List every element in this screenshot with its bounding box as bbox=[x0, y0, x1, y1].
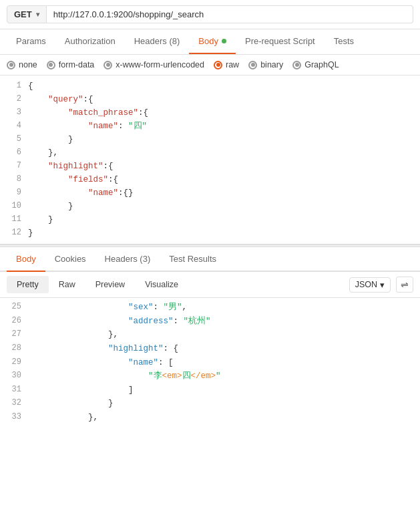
radio-graphql[interactable]: GraphQL bbox=[292, 60, 339, 69]
line-number: 30 bbox=[0, 369, 28, 383]
request-line: 7 "highlight":{ bbox=[0, 160, 420, 173]
request-line: 5 } bbox=[0, 133, 420, 146]
response-line: 28 "highlight": { bbox=[0, 342, 420, 356]
line-number: 33 bbox=[0, 411, 28, 424]
request-line: 2 "query":{ bbox=[0, 93, 420, 106]
radio-binary-circle bbox=[248, 61, 257, 69]
response-line: 31 ] bbox=[0, 383, 420, 397]
radio-none-circle bbox=[7, 61, 15, 69]
url-bar: GET ▾ bbox=[0, 0, 420, 29]
line-content: "address": "杭州" bbox=[28, 315, 420, 329]
radio-urlencoded-circle bbox=[103, 61, 112, 69]
request-line: 12 } bbox=[0, 226, 420, 240]
line-number: 32 bbox=[0, 397, 28, 410]
response-line: 27 }, bbox=[0, 328, 420, 342]
line-content: "query":{ bbox=[28, 93, 420, 106]
tab-body[interactable]: Body bbox=[189, 29, 236, 54]
radio-none[interactable]: none bbox=[7, 60, 37, 69]
request-tabs: Params Authorization Headers (8) Body Pr… bbox=[0, 29, 420, 55]
line-number: 8 bbox=[0, 173, 28, 186]
method-label: GET bbox=[14, 9, 32, 19]
line-content: { bbox=[28, 79, 420, 93]
response-tabs: Body Cookies Headers (3) Test Results bbox=[0, 247, 420, 272]
line-number: 2 bbox=[0, 93, 28, 106]
tab-authorization[interactable]: Authorization bbox=[55, 29, 125, 54]
line-content: } bbox=[28, 213, 420, 226]
method-dropdown[interactable]: GET ▾ bbox=[7, 5, 47, 23]
line-content: }, bbox=[28, 146, 420, 160]
line-number: 3 bbox=[0, 106, 28, 119]
request-body-editor[interactable]: 1 { 2 "query":{ 3 "match_phrase":{ 4 "na… bbox=[0, 75, 420, 244]
line-content: } bbox=[28, 200, 420, 213]
line-content: "name": "四" bbox=[28, 120, 420, 133]
tab-params[interactable]: Params bbox=[7, 29, 55, 54]
tab-pre-request-script[interactable]: Pre-request Script bbox=[236, 29, 325, 54]
line-number: 9 bbox=[0, 186, 28, 199]
radio-form-data-circle bbox=[47, 61, 55, 69]
request-line: 9 "name":{} bbox=[0, 186, 420, 200]
chevron-down-icon: ▾ bbox=[36, 11, 39, 18]
tab-tests[interactable]: Tests bbox=[325, 29, 363, 54]
line-number: 7 bbox=[0, 160, 28, 172]
request-line: 11 } bbox=[0, 213, 420, 226]
request-line: 4 "name": "四" bbox=[0, 120, 420, 133]
response-line: 32 } bbox=[0, 397, 420, 411]
line-content: } bbox=[28, 133, 420, 146]
view-pretty[interactable]: Pretty bbox=[7, 276, 49, 293]
line-content: }, bbox=[28, 411, 420, 425]
line-number: 10 bbox=[0, 200, 28, 212]
radio-raw-circle bbox=[214, 61, 222, 69]
radio-graphql-circle bbox=[292, 61, 301, 69]
view-visualize[interactable]: Visualize bbox=[135, 276, 188, 293]
url-input[interactable] bbox=[47, 5, 413, 23]
response-line: 29 "name": [ bbox=[0, 356, 420, 370]
line-content: "highlight":{ bbox=[28, 160, 420, 173]
line-number: 29 bbox=[0, 356, 28, 369]
radio-urlencoded[interactable]: x-www-form-urlencoded bbox=[103, 60, 204, 69]
response-line: 26 "address": "杭州" bbox=[0, 315, 420, 329]
line-content: "fields":{ bbox=[28, 173, 420, 186]
response-line: 33 }, bbox=[0, 411, 420, 425]
response-line: 25 "sex": "男", bbox=[0, 301, 420, 315]
line-number: 4 bbox=[0, 120, 28, 132]
line-content: "name":{} bbox=[28, 186, 420, 200]
line-number: 1 bbox=[0, 79, 28, 92]
line-content: ] bbox=[28, 383, 420, 397]
response-tab-cookies[interactable]: Cookies bbox=[45, 247, 95, 272]
tab-headers[interactable]: Headers (8) bbox=[125, 29, 190, 54]
radio-raw[interactable]: raw bbox=[214, 60, 239, 69]
response-body-viewer: 25 "sex": "男", 26 "address": "杭州" 27 }, … bbox=[0, 298, 420, 428]
response-tab-headers[interactable]: Headers (3) bbox=[95, 247, 160, 272]
line-content: "李<em>四</em>" bbox=[28, 369, 420, 383]
request-line: 8 "fields":{ bbox=[0, 173, 420, 186]
line-content: "match_phrase":{ bbox=[28, 106, 420, 120]
line-content: "name": [ bbox=[28, 356, 420, 370]
view-raw[interactable]: Raw bbox=[49, 276, 85, 293]
line-number: 25 bbox=[0, 301, 28, 314]
radio-form-data[interactable]: form-data bbox=[47, 60, 95, 69]
request-line: 10 } bbox=[0, 200, 420, 213]
view-options: Pretty Raw Preview Visualize JSON ▾ ⇌ bbox=[0, 272, 420, 298]
request-line: 1 { bbox=[0, 79, 420, 93]
line-content: } bbox=[28, 226, 420, 240]
request-line: 3 "match_phrase":{ bbox=[0, 106, 420, 120]
line-number: 26 bbox=[0, 315, 28, 328]
line-number: 27 bbox=[0, 328, 28, 341]
line-number: 5 bbox=[0, 133, 28, 146]
line-number: 28 bbox=[0, 342, 28, 355]
line-number: 11 bbox=[0, 213, 28, 226]
line-number: 12 bbox=[0, 226, 28, 239]
view-preview[interactable]: Preview bbox=[85, 276, 135, 293]
chevron-down-icon: ▾ bbox=[380, 280, 385, 290]
line-content: "sex": "男", bbox=[28, 301, 420, 315]
wrap-button[interactable]: ⇌ bbox=[396, 277, 413, 293]
format-dropdown[interactable]: JSON ▾ bbox=[349, 277, 391, 293]
line-number: 31 bbox=[0, 383, 28, 397]
response-tab-body[interactable]: Body bbox=[7, 247, 45, 272]
radio-binary[interactable]: binary bbox=[248, 60, 283, 69]
body-active-dot bbox=[222, 39, 226, 43]
response-tab-test-results[interactable]: Test Results bbox=[160, 247, 226, 272]
line-content: } bbox=[28, 397, 420, 411]
line-number: 6 bbox=[0, 146, 28, 159]
response-line: 30 "李<em>四</em>" bbox=[0, 369, 420, 383]
